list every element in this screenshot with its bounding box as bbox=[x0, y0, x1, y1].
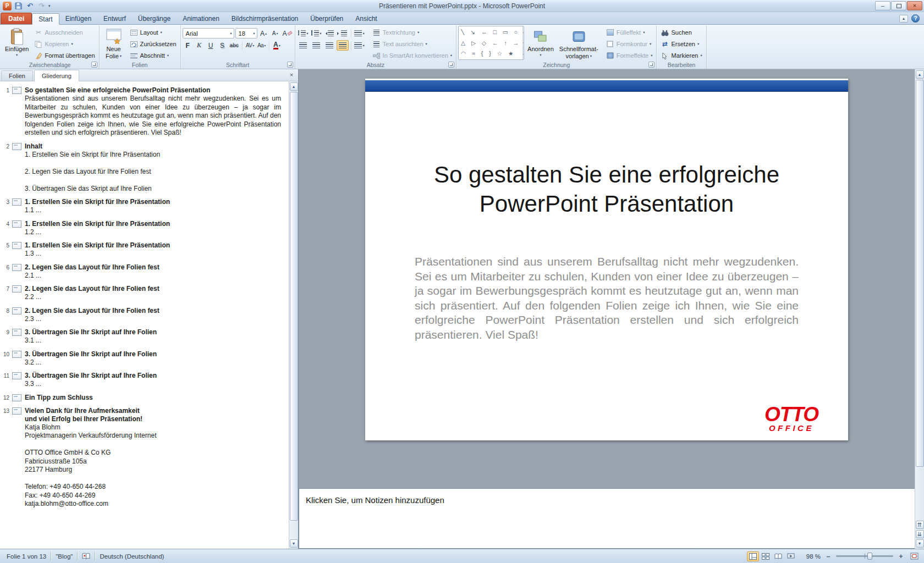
grow-font-button[interactable]: A▴ bbox=[258, 28, 269, 38]
justify-button[interactable] bbox=[337, 40, 349, 51]
outline-item[interactable]: 3 1. Erstellen Sie ein Skript für Ihre P… bbox=[1, 198, 289, 215]
bold-button[interactable]: F bbox=[183, 40, 193, 51]
redo-button[interactable]: ↷ bbox=[37, 1, 46, 10]
columns-button[interactable]: ▾ bbox=[354, 40, 366, 51]
fit-to-window-button[interactable] bbox=[909, 551, 920, 561]
clear-formatting-button[interactable]: A bbox=[282, 28, 293, 38]
zoom-out-button[interactable]: – bbox=[824, 553, 832, 560]
outline-slide-title[interactable]: 3. Übertragen Sie Ihr Skript auf Ihre Fo… bbox=[25, 350, 281, 358]
theme-name[interactable]: "Blog" bbox=[51, 553, 77, 560]
zoom-in-button[interactable]: + bbox=[897, 553, 905, 560]
slide-thumbnail-icon[interactable] bbox=[12, 285, 21, 292]
bullets-button[interactable]: ▾ bbox=[297, 28, 309, 38]
slide-thumbnail-icon[interactable] bbox=[12, 143, 21, 150]
tab-gliederung[interactable]: Gliederung bbox=[34, 70, 79, 81]
outline-slide-body[interactable]: 2.3 ... bbox=[25, 315, 281, 324]
copy-button[interactable]: Kopieren ▾ bbox=[32, 38, 97, 49]
change-case-button[interactable]: Aa▾ bbox=[256, 40, 267, 51]
text-direction-button[interactable]: Textrichtung ▾ bbox=[370, 27, 454, 38]
shrink-font-button[interactable]: A▾ bbox=[270, 28, 280, 38]
gallery-scroll-down-button[interactable]: ▾ bbox=[523, 37, 524, 48]
slide-scrollbar[interactable]: ▲ ⇈ ⇊ ▼ bbox=[915, 69, 924, 549]
scroll-down-icon[interactable]: ▼ bbox=[290, 539, 298, 548]
outline-slide-body[interactable]: 1. Erstellen Sie ein Skript für Ihre Prä… bbox=[25, 151, 281, 194]
save-button[interactable] bbox=[14, 1, 23, 10]
slide-thumbnail-icon[interactable] bbox=[12, 307, 21, 314]
convert-smartart-button[interactable]: In SmartArt konvertieren ▾ bbox=[370, 50, 454, 61]
slide-thumbnail-icon[interactable] bbox=[12, 372, 21, 379]
slide-thumbnail-icon[interactable] bbox=[12, 394, 21, 401]
clipboard-dialog-launcher[interactable] bbox=[91, 62, 97, 68]
shape-effects-button[interactable]: Formeffekte ▾ bbox=[604, 50, 655, 61]
outline-slide-title[interactable]: 1. Erstellen Sie ein Skript für Ihre Prä… bbox=[25, 241, 281, 250]
paragraph-dialog-launcher[interactable] bbox=[448, 62, 454, 68]
outline-view[interactable]: 1 So gestalten Sie eine erfolgreiche Pow… bbox=[0, 81, 289, 549]
maximize-button[interactable] bbox=[891, 1, 906, 10]
tab-datei[interactable]: Datei bbox=[1, 13, 32, 24]
gallery-scroll-up-button[interactable]: ▴ bbox=[523, 26, 524, 37]
outline-item[interactable]: 6 2. Legen Sie das Layout für Ihre Folie… bbox=[1, 263, 289, 280]
slide-thumbnail-icon[interactable] bbox=[12, 329, 21, 336]
outline-item[interactable]: 2 Inhalt 1. Erstellen Sie ein Skript für… bbox=[1, 142, 289, 194]
quick-styles-button[interactable]: Schnellformat- vorlagen▾ bbox=[557, 26, 601, 61]
font-size-select[interactable]: 18 ▾ bbox=[235, 28, 257, 38]
outline-slide-body[interactable]: 1.2 ... bbox=[25, 228, 281, 237]
scroll-up-icon[interactable]: ▲ bbox=[290, 82, 298, 91]
language-indicator[interactable]: Deutsch (Deutschland) bbox=[95, 553, 168, 560]
slide-thumbnail-icon[interactable] bbox=[12, 351, 21, 358]
outline-item[interactable]: 10 3. Übertragen Sie Ihr Skript auf Ihre… bbox=[1, 350, 289, 367]
outline-slide-body[interactable]: 2.1 ... bbox=[25, 272, 281, 280]
slide-editor-area[interactable]: So gestalten Sie eine erfolgreiche Power… bbox=[299, 69, 915, 488]
outline-slide-body[interactable]: 1.1 ... bbox=[25, 206, 281, 215]
spellcheck-status-button[interactable] bbox=[78, 553, 95, 560]
minimize-ribbon-icon[interactable]: ▴ bbox=[899, 15, 908, 23]
layout-button[interactable]: Layout ▾ bbox=[128, 27, 179, 38]
outline-item[interactable]: 8 2. Legen Sie das Layout für Ihre Folie… bbox=[1, 307, 289, 324]
outline-item[interactable]: 11 3. Übertragen Sie Ihr Skript auf Ihre… bbox=[1, 372, 289, 389]
slide-thumbnail-icon[interactable] bbox=[12, 87, 21, 94]
tab-entwurf[interactable]: Entwurf bbox=[97, 13, 132, 24]
decrease-indent-button[interactable] bbox=[323, 28, 336, 38]
slide-indicator[interactable]: Folie 1 von 13 bbox=[2, 553, 51, 560]
tab-folien[interactable]: Folien bbox=[1, 70, 33, 81]
strikethrough-button[interactable]: abc bbox=[229, 40, 240, 51]
notes-pane[interactable]: Klicken Sie, um Notizen hinzuzufügen bbox=[299, 488, 915, 549]
slide-thumbnail-icon[interactable] bbox=[12, 242, 21, 249]
close-button[interactable]: × bbox=[907, 1, 922, 10]
outline-slide-title[interactable]: 2. Legen Sie das Layout für Ihre Folien … bbox=[25, 285, 281, 293]
reset-button[interactable]: Zurücksetzen bbox=[128, 38, 179, 49]
slide-thumbnail-icon[interactable] bbox=[12, 220, 21, 228]
outline-slide-title[interactable]: 1. Erstellen Sie ein Skript für Ihre Prä… bbox=[25, 198, 281, 206]
shape-fill-button[interactable]: Fülleffekt ▾ bbox=[604, 27, 655, 38]
align-right-button[interactable] bbox=[323, 40, 336, 51]
format-painter-button[interactable]: Format übertragen bbox=[32, 50, 97, 61]
zoom-slider-thumb[interactable] bbox=[867, 553, 872, 560]
scrollbar-thumb[interactable] bbox=[290, 92, 298, 521]
outline-item[interactable]: 13 Vielen Dank für Ihre Aufmerksamkeit u… bbox=[1, 407, 289, 509]
shapes-gallery[interactable]: ╲ ↘ ↔ □ ▭ ○ △ ▷ ◇ ← ↑ → ◠ ≈ { } ☆ ★ ▴ ▾ … bbox=[458, 26, 524, 60]
select-button[interactable]: Markieren ▾ bbox=[658, 50, 704, 61]
outline-slide-title[interactable]: 3. Übertragen Sie Ihr Skript auf Ihre Fo… bbox=[25, 328, 281, 336]
find-button[interactable]: Suchen bbox=[658, 27, 704, 38]
align-center-button[interactable] bbox=[310, 40, 322, 51]
replace-button[interactable]: ⇄ Ersetzen ▾ bbox=[658, 38, 704, 49]
numbering-button[interactable]: ▾ bbox=[310, 28, 322, 38]
paste-button[interactable]: Einfügen ▾ bbox=[3, 26, 31, 61]
normal-view-button[interactable] bbox=[747, 551, 759, 561]
scroll-up-icon[interactable]: ▲ bbox=[916, 70, 924, 79]
outline-item[interactable]: 12 Ein Tipp zum Schluss bbox=[1, 394, 289, 402]
new-slide-button[interactable]: Neue Folie▾ bbox=[101, 26, 127, 61]
arrange-button[interactable]: Anordnen ▾ bbox=[525, 26, 556, 61]
slide-thumbnail-icon[interactable] bbox=[12, 198, 21, 206]
reading-view-button[interactable] bbox=[772, 551, 784, 561]
scrollbar-thumb[interactable] bbox=[916, 80, 924, 467]
close-panel-icon[interactable]: × bbox=[288, 71, 295, 79]
tab-start[interactable]: Start bbox=[32, 13, 59, 25]
font-name-select[interactable]: Arial ▾ bbox=[183, 28, 234, 38]
outline-scrollbar[interactable]: ▲ ▼ bbox=[289, 81, 298, 549]
scroll-down-icon[interactable]: ▼ bbox=[916, 539, 924, 548]
customize-qat-dropdown[interactable]: ▾ bbox=[48, 4, 51, 8]
outline-slide-body[interactable]: 1.3 ... bbox=[25, 250, 281, 258]
outline-slide-body[interactable]: 3.1 ... bbox=[25, 336, 281, 345]
align-left-button[interactable] bbox=[297, 40, 309, 51]
